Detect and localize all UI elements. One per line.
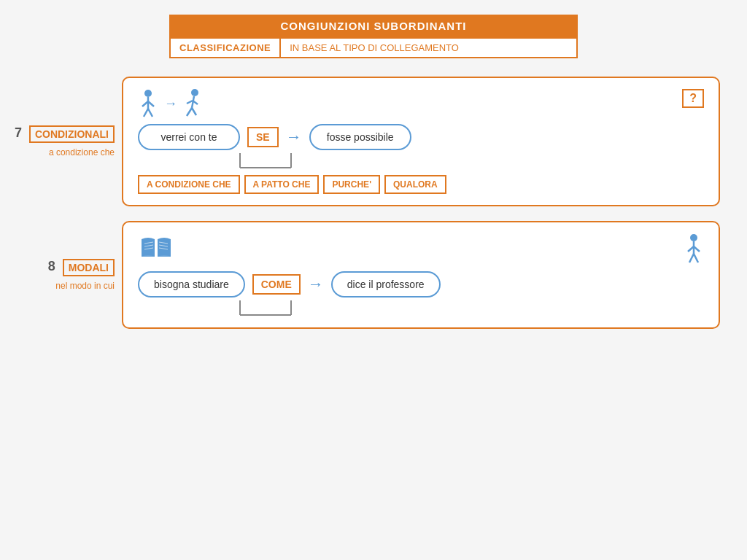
- walking-persons-group: →: [138, 89, 204, 118]
- section-7-desc: a condizione che: [49, 147, 115, 158]
- svg-point-6: [191, 89, 198, 96]
- section-8-diagram: bisogna studiare COME → dice il professo…: [138, 271, 704, 298]
- svg-point-24: [690, 234, 697, 241]
- section-8-number: 8: [48, 259, 55, 274]
- se-conjunction: SE: [247, 127, 279, 147]
- label-a-condizione-che: A CONDIZIONE CHE: [138, 175, 240, 194]
- label-a-patto-che: A PATTO CHE: [244, 175, 320, 194]
- section-7-number: 7: [15, 125, 22, 141]
- label-purche: PURCHE': [323, 175, 380, 194]
- svg-line-11: [192, 108, 196, 115]
- svg-line-29: [694, 254, 698, 262]
- section-8-box: bisogna studiare COME → dice il professo…: [122, 221, 720, 329]
- section-7-bottom-labels: A CONDIZIONE CHE A PATTO CHE PURCHE' QUA…: [138, 175, 704, 194]
- section-8-desc: nel modo in cui: [55, 281, 115, 291]
- subtitle-row: CLASSIFICAZIONE IN BASE AL TIPO DI COLLE…: [169, 37, 578, 58]
- section-7-box: → ? verrei con te: [122, 77, 720, 206]
- section-7-diagram: verrei con te SE → fosse possibile: [138, 124, 704, 150]
- t-connector-svg-sec7: [189, 153, 320, 169]
- come-conjunction: COME: [252, 274, 301, 295]
- t-connector-sec8: [189, 300, 704, 316]
- se-arrow-icon: →: [286, 128, 302, 147]
- section-8-name: MODALI: [63, 259, 115, 276]
- section-7-label: 7 CONDIZIONALI a condizione che: [27, 125, 115, 158]
- person-right-icon: [684, 233, 704, 265]
- come-arrow-icon: →: [308, 275, 324, 294]
- section-8-row: 8 MODALI nel modo in cui: [27, 221, 720, 329]
- person-walking-icon: [183, 89, 204, 118]
- section-8-left-text: bisogna studiare: [138, 271, 245, 298]
- section-8-label: 8 MODALI nel modo in cui: [27, 259, 115, 291]
- t-connector-svg-sec8: [189, 300, 320, 316]
- main-title: CONGIUNZIONI SUBORDINANTI: [169, 15, 578, 37]
- walking-arrow-icon: →: [164, 96, 177, 112]
- svg-line-10: [187, 108, 192, 116]
- svg-line-28: [689, 254, 694, 262]
- subtitle-right: IN BASE AL TIPO DI COLLEGAMENTO: [281, 37, 578, 58]
- content-area: 7 CONDIZIONALI a condizione che: [27, 77, 720, 329]
- section-8-right-text: dice il professore: [331, 271, 441, 298]
- svg-line-4: [144, 109, 148, 117]
- label-qualora: QUALORA: [384, 175, 446, 194]
- person-standing-icon: [138, 89, 158, 118]
- section-7-left-text: verrei con te: [138, 124, 240, 150]
- t-connector-sec7: [189, 153, 704, 169]
- se-connector: SE: [247, 127, 279, 147]
- subtitle-left: CLASSIFICAZIONE: [169, 37, 281, 58]
- svg-line-5: [148, 109, 152, 117]
- section-7-name: CONDIZIONALI: [29, 125, 115, 143]
- section-7-row: 7 CONDIZIONALI a condizione che: [27, 77, 720, 206]
- section-7-right-text: fosse possibile: [309, 124, 411, 150]
- question-mark-box: ?: [682, 89, 704, 108]
- book-icon: [138, 233, 174, 264]
- svg-point-0: [144, 90, 152, 97]
- svg-line-8: [187, 101, 193, 104]
